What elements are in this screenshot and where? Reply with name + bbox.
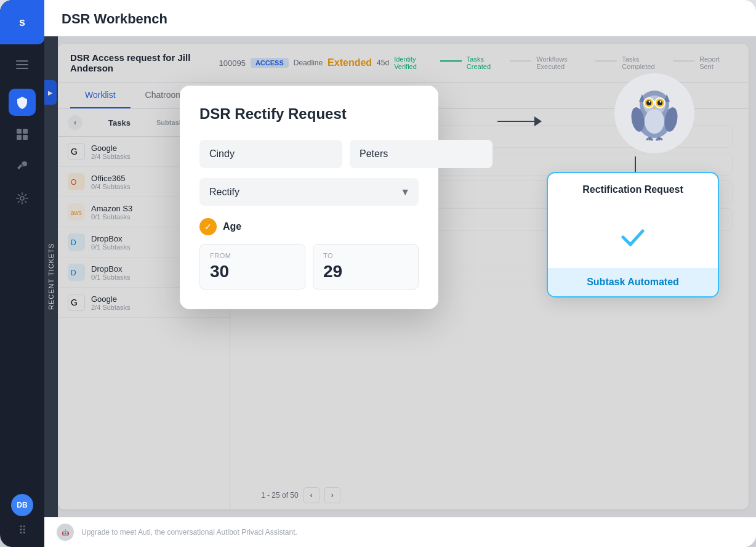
- svg-rect-3: [16, 64, 28, 65]
- age-label-row: ✓ Age: [199, 218, 419, 235]
- age-section: ✓ Age FROM 30 To 29: [199, 218, 419, 290]
- rectification-card: Rectification Request Subtask Automated: [547, 172, 719, 298]
- last-name-input[interactable]: [350, 140, 493, 168]
- rect-card-title: Rectification Request: [548, 173, 718, 206]
- age-fields-row: FROM 30 To 29: [199, 244, 419, 290]
- bot-avatar: 🤖: [57, 524, 74, 541]
- arrow-right: [497, 116, 542, 126]
- svg-point-32: [645, 109, 664, 134]
- dsr-name-row: [199, 140, 419, 168]
- sidebar-item-shield[interactable]: [9, 89, 36, 116]
- dsr-type-row: Rectify ▼: [199, 178, 419, 206]
- svg-rect-6: [23, 129, 28, 134]
- apps-icon[interactable]: ⠿: [18, 524, 26, 537]
- svg-rect-8: [23, 135, 28, 140]
- dsr-type-wrapper: Rectify ▼: [199, 178, 419, 206]
- from-age-box: FROM 30: [199, 244, 305, 290]
- sidebar-nav: [9, 89, 36, 494]
- svg-rect-5: [17, 129, 22, 134]
- dsr-modal-title: DSR Rectify Request: [199, 105, 419, 123]
- svg-point-9: [20, 197, 24, 200]
- bottom-bar: 🤖 Upgrade to meet Auti, the conversation…: [44, 517, 756, 547]
- page-header: DSR Workbench: [44, 0, 756, 36]
- sidebar-item-tools[interactable]: [9, 153, 36, 180]
- sidebar: s: [0, 0, 44, 547]
- svg-point-27: [649, 101, 651, 103]
- from-value: 30: [210, 262, 295, 282]
- to-value: 29: [323, 262, 408, 282]
- modal-overlay: DSR Rectify Request Rectify ▼: [44, 36, 756, 517]
- rect-check-area: [548, 206, 718, 268]
- upgrade-text: Upgrade to meet Auti, the conversational…: [81, 528, 297, 537]
- user-avatar[interactable]: DB: [11, 494, 33, 516]
- content-area: RECENT TICKETS DSR Access request for Ji…: [44, 36, 756, 517]
- sidebar-bottom: DB ⠿: [11, 494, 33, 547]
- dsr-modal: DSR Rectify Request Rectify ▼: [180, 86, 438, 309]
- app-logo: s: [0, 0, 44, 44]
- main-content: DSR Workbench RECENT TICKETS DSR Access …: [44, 0, 756, 547]
- owl-mascot: [614, 73, 694, 153]
- svg-rect-4: [16, 68, 28, 69]
- sidebar-item-settings[interactable]: [9, 185, 36, 212]
- age-label: Age: [223, 221, 241, 232]
- age-check-icon: ✓: [199, 218, 217, 235]
- svg-rect-7: [17, 135, 22, 140]
- owl-circle: [614, 73, 694, 153]
- sidebar-item-dashboard[interactable]: [9, 121, 36, 148]
- hamburger-menu[interactable]: [11, 55, 33, 76]
- from-label: FROM: [210, 252, 295, 259]
- svg-point-28: [660, 101, 662, 103]
- to-label: To: [323, 252, 408, 259]
- svg-rect-2: [16, 60, 28, 62]
- rect-card-footer: Subtask Automated: [548, 268, 718, 296]
- dsr-type-select[interactable]: Rectify: [199, 178, 419, 206]
- to-age-box: To 29: [313, 244, 419, 290]
- rect-checkmark-icon: [614, 219, 651, 256]
- first-name-input[interactable]: [199, 140, 342, 168]
- page-title: DSR Workbench: [62, 11, 739, 27]
- svg-text:s: s: [19, 16, 25, 28]
